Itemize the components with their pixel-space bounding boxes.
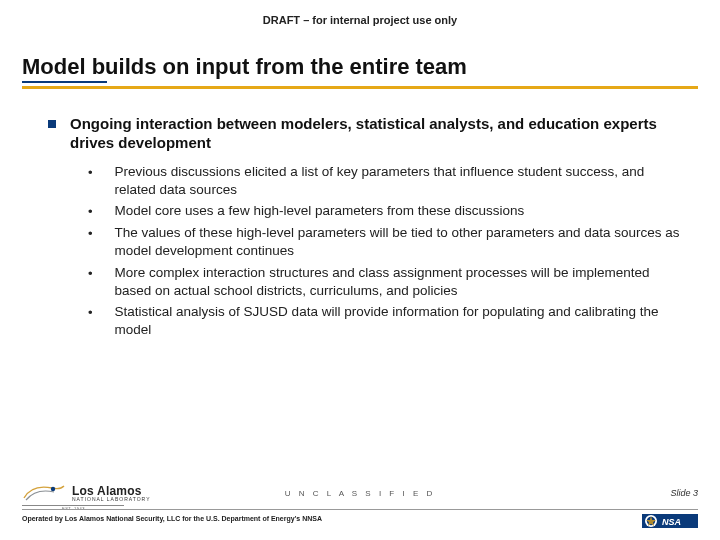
main-bullet: Ongoing interaction between modelers, st… xyxy=(48,115,690,153)
list-item: • More complex interaction structures an… xyxy=(88,264,680,300)
content-area: Ongoing interaction between modelers, st… xyxy=(0,89,720,339)
sub-bullet-list: • Previous discussions elicited a list o… xyxy=(48,163,690,340)
bullet-icon: • xyxy=(88,203,93,221)
list-item: • Statistical analysis of SJUSD data wil… xyxy=(88,303,680,339)
list-item: • The values of these high-level paramet… xyxy=(88,224,680,260)
list-item-text: More complex interaction structures and … xyxy=(115,264,680,300)
bullet-icon: • xyxy=(88,265,93,283)
operated-by-text: Operated by Los Alamos National Security… xyxy=(22,515,322,522)
list-item-text: Previous discussions elicited a list of … xyxy=(115,163,680,199)
main-bullet-text: Ongoing interaction between modelers, st… xyxy=(70,115,690,153)
footer-divider xyxy=(22,509,698,510)
list-item-text: Statistical analysis of SJUSD data will … xyxy=(115,303,680,339)
slide-number: Slide 3 xyxy=(670,488,698,498)
bullet-icon: • xyxy=(88,225,93,243)
square-bullet-icon xyxy=(48,120,56,128)
nnsa-logo-icon: NSA xyxy=(642,512,698,530)
slide-title: Model builds on input from the entire te… xyxy=(0,26,720,86)
draft-header: DRAFT – for internal project use only xyxy=(0,0,720,26)
list-item-text: Model core uses a few high-level paramet… xyxy=(115,202,525,220)
footer: Los Alamos NATIONAL LABORATORY EST. 1943… xyxy=(0,460,720,540)
classification-label: U N C L A S S I F I E D xyxy=(0,489,720,498)
list-item: • Model core uses a few high-level param… xyxy=(88,202,680,221)
svg-text:NSA: NSA xyxy=(662,517,681,527)
list-item: • Previous discussions elicited a list o… xyxy=(88,163,680,199)
list-item-text: The values of these high-level parameter… xyxy=(115,224,680,260)
title-underline xyxy=(22,86,698,89)
bullet-icon: • xyxy=(88,304,93,322)
bullet-icon: • xyxy=(88,164,93,182)
